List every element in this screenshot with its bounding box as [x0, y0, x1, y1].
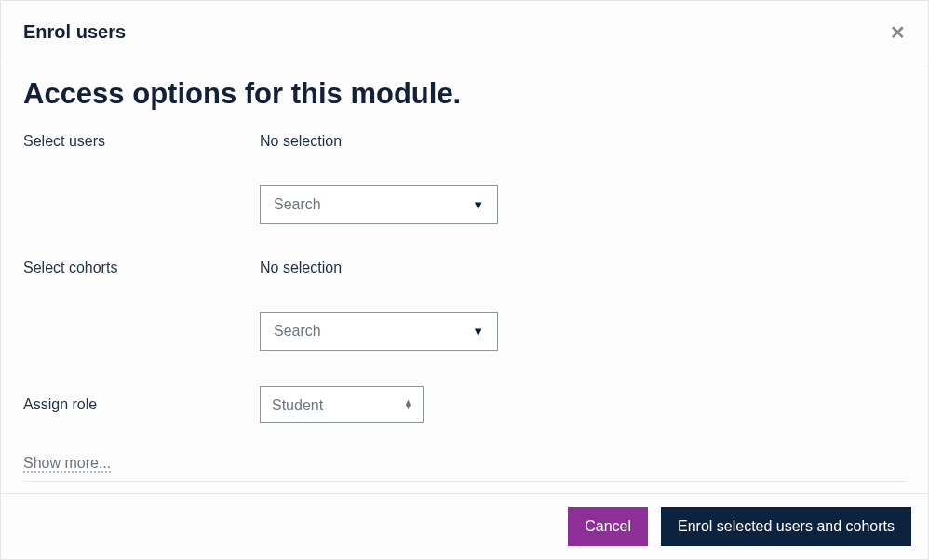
select-cohorts-label: Select cohorts — [23, 260, 260, 276]
assign-role-control: Student ▲▼ — [260, 386, 906, 423]
select-users-search-placeholder: Search — [274, 196, 321, 213]
select-cohorts-row: Select cohorts No selection Search ▼ — [23, 260, 906, 351]
select-cohorts-control: No selection Search ▼ — [260, 260, 906, 351]
modal-title: Enrol users — [23, 21, 126, 43]
cancel-button[interactable]: Cancel — [568, 507, 648, 546]
enrol-users-modal: Enrol users ✕ Access options for this mo… — [0, 0, 929, 560]
modal-body: Access options for this module. Select u… — [1, 60, 928, 493]
select-users-search[interactable]: Search ▼ — [260, 185, 498, 224]
select-users-control: No selection Search ▼ — [260, 133, 906, 224]
modal-footer: Cancel Enrol selected users and cohorts — [1, 493, 928, 559]
assign-role-select[interactable]: Student — [260, 386, 424, 423]
select-users-row: Select users No selection Search ▼ — [23, 133, 906, 224]
enrol-button[interactable]: Enrol selected users and cohorts — [661, 507, 911, 546]
chevron-down-icon: ▼ — [472, 325, 484, 339]
modal-header: Enrol users ✕ — [1, 1, 928, 60]
select-cohorts-status: No selection — [260, 260, 906, 276]
assign-role-label: Assign role — [23, 396, 260, 413]
show-more-wrap: Show more... — [23, 455, 906, 482]
assign-role-select-wrap: Student ▲▼ — [260, 386, 424, 423]
select-cohorts-search-placeholder: Search — [274, 323, 321, 340]
page-title: Access options for this module. — [23, 77, 906, 111]
select-users-label: Select users — [23, 133, 260, 150]
assign-role-row: Assign role Student ▲▼ — [23, 386, 906, 423]
select-cohorts-search[interactable]: Search ▼ — [260, 312, 498, 351]
close-button[interactable]: ✕ — [890, 23, 906, 42]
select-users-status: No selection — [260, 133, 906, 150]
close-icon: ✕ — [890, 22, 906, 43]
show-more-link[interactable]: Show more... — [23, 455, 111, 472]
chevron-down-icon: ▼ — [472, 198, 484, 212]
